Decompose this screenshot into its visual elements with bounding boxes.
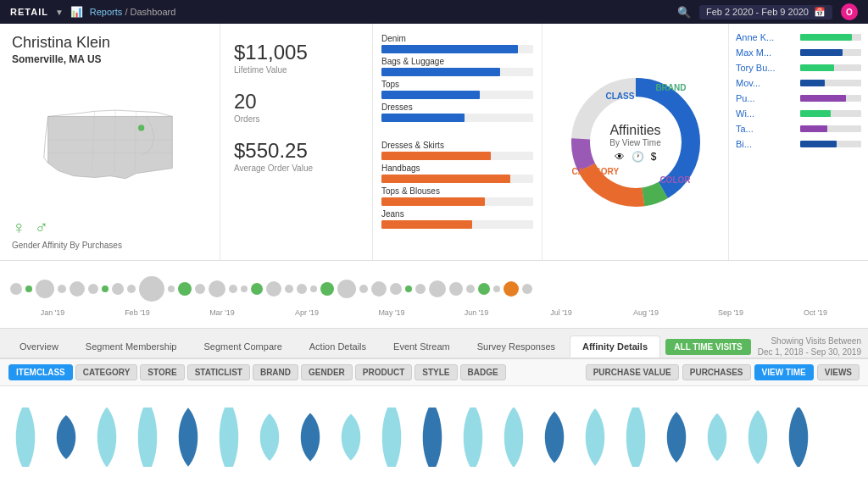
timeline-bubble[interactable] — [168, 286, 175, 292]
class-label: CLASS — [606, 92, 635, 101]
timeline-bubble[interactable] — [58, 285, 66, 293]
timeline-bubble[interactable] — [504, 281, 519, 297]
timeline-bubble[interactable] — [70, 281, 85, 297]
category-label: CATEGORY — [572, 167, 620, 176]
timeline-bubble[interactable] — [241, 286, 248, 292]
timeline-bubble[interactable] — [297, 284, 307, 294]
timeline-bubble[interactable] — [493, 286, 500, 292]
wave-group — [170, 408, 208, 467]
timeline-bubble[interactable] — [88, 284, 98, 294]
date-range-text: Feb 2 2020 - Feb 9 2020 — [706, 7, 809, 17]
timeline-labels: Jan '19Feb '19Mar '19Apr '19May '19Jun '… — [10, 308, 858, 317]
filter-btn-itemclass[interactable]: ITEMCLASS — [8, 364, 73, 380]
gender-label: Gender Affinity By Purchases — [12, 241, 208, 250]
timeline-bubble[interactable] — [285, 285, 293, 293]
timeline-bubble[interactable] — [112, 283, 124, 295]
clock-icon[interactable]: 🕐 — [632, 150, 644, 162]
ltv-label: Lifetime Value — [234, 65, 359, 75]
timeline-track — [10, 273, 858, 305]
svg-point-5 — [138, 125, 144, 130]
tab-affinity[interactable]: Affinity Details — [570, 336, 660, 358]
filter-btn-brand[interactable]: BRAND — [253, 364, 298, 380]
metric-btn-purchases[interactable]: PURCHASES — [682, 364, 751, 380]
timeline-bubble[interactable] — [478, 283, 490, 295]
timeline-bubble[interactable] — [195, 284, 205, 294]
top-category-bars: Denim Bags & Luggage Tops Dresses — [381, 34, 533, 125]
wave-group — [780, 408, 818, 467]
all-time-visits-button[interactable]: ALL TIME VISITS — [665, 339, 750, 355]
donut-center: Affinities By View Time 👁 🕐 $ — [609, 122, 660, 162]
timeline-bubble[interactable] — [229, 285, 237, 293]
timeline-bubble[interactable] — [522, 284, 532, 294]
top-nav: RETAIL ▼ 📊 Reports / Dashboard 🔍 Feb 2 2… — [0, 0, 868, 24]
filter-btn-badge[interactable]: BADGE — [460, 364, 506, 380]
calendar-icon[interactable]: 📅 — [814, 7, 826, 18]
tabs-row: OverviewSegment MembershipSegment Compar… — [0, 329, 868, 359]
timeline-bubble[interactable] — [466, 285, 475, 293]
filter-btn-gender[interactable]: GENDER — [301, 364, 353, 380]
timeline-row: Jan '19Feb '19Mar '19Apr '19May '19Jun '… — [0, 261, 868, 329]
donut-panel: Affinities By View Time 👁 🕐 $ CLASS BRAN… — [542, 24, 729, 260]
timeline-bubble[interactable] — [359, 285, 368, 293]
nav-dropdown-icon[interactable]: ▼ — [55, 8, 64, 17]
timeline-label: Mar '19 — [180, 308, 264, 317]
timeline-bubble[interactable] — [102, 286, 108, 292]
timeline-bubble[interactable] — [449, 282, 463, 296]
tab-event[interactable]: Event Stream — [381, 336, 463, 358]
metric-btn-purchase_value[interactable]: PURCHASE VALUE — [586, 364, 679, 380]
tab-action[interactable]: Action Details — [297, 336, 379, 358]
filter-btn-product[interactable]: PRODUCT — [355, 364, 412, 380]
date-range[interactable]: Feb 2 2020 - Feb 9 2020 📅 — [699, 5, 832, 19]
timeline-bubble[interactable] — [25, 286, 32, 292]
timeline-bubble[interactable] — [36, 280, 54, 298]
gender-male-icon: ♂ — [35, 217, 49, 239]
bottom-category-bars: Dresses & Skirts Handbags Tops & Blouses… — [381, 141, 533, 232]
timeline-bubble[interactable] — [415, 284, 426, 294]
timeline-label: Jun '19 — [434, 308, 519, 317]
orders-stat: 20 Orders — [234, 90, 359, 124]
eye-icon[interactable]: 👁 — [615, 150, 625, 162]
tab-compare[interactable]: Segment Compare — [191, 336, 294, 358]
timeline-bubble[interactable] — [320, 282, 334, 296]
tab-overview[interactable]: Overview — [7, 336, 71, 358]
bottom-bar-item: Tops & Blouses — [381, 186, 533, 206]
tabs-container: OverviewSegment MembershipSegment Compar… — [7, 336, 660, 358]
user-avatar[interactable]: O — [841, 3, 858, 20]
filter-btn-category[interactable]: CATEGORY — [75, 364, 138, 380]
person-item: Mov... — [736, 78, 861, 88]
metric-btn-view_time[interactable]: VIEW TIME — [754, 364, 814, 380]
timeline-bubble[interactable] — [429, 280, 446, 297]
metric-btn-views[interactable]: VIEWS — [817, 364, 860, 380]
timeline-bubble[interactable] — [337, 280, 356, 298]
timeline-label: Apr '19 — [264, 308, 349, 317]
tab-segment[interactable]: Segment Membership — [73, 336, 190, 358]
search-icon[interactable]: 🔍 — [677, 6, 691, 19]
timeline-bubble[interactable] — [251, 283, 263, 295]
dollar-icon[interactable]: $ — [651, 150, 657, 162]
map-container — [12, 72, 208, 212]
timeline-bubble[interactable] — [209, 280, 225, 297]
filter-btn-store[interactable]: STORE — [140, 364, 184, 380]
timeline-bubble[interactable] — [139, 276, 164, 302]
filter-btn-style[interactable]: STYLE — [415, 364, 457, 380]
tab-survey[interactable]: Survey Responses — [465, 336, 568, 358]
timeline-bubble[interactable] — [371, 281, 387, 297]
timeline-bubble[interactable] — [178, 282, 192, 296]
timeline-bubble[interactable] — [10, 283, 22, 295]
filter-btn-staticlist[interactable]: STATICLIST — [187, 364, 250, 380]
timeline-bubble[interactable] — [266, 281, 281, 297]
timeline-bubble[interactable] — [405, 286, 412, 292]
person-item: Tory Bu... — [736, 63, 861, 73]
reports-link[interactable]: Reports — [90, 7, 123, 17]
wave-group — [292, 408, 330, 467]
profile-panel: Christina Klein Somerville, MA US — [0, 24, 220, 260]
wave-group — [373, 408, 411, 467]
timeline-bubble[interactable] — [310, 286, 317, 292]
aov-value: $550.25 — [234, 139, 359, 163]
timeline-label: Jul '19 — [519, 308, 604, 317]
wave-group — [698, 408, 737, 467]
top-bar-item: Dresses — [381, 103, 533, 122]
timeline-bubble[interactable] — [127, 285, 136, 293]
timeline-bubble[interactable] — [390, 283, 402, 295]
brand-label: RETAIL — [10, 7, 48, 17]
